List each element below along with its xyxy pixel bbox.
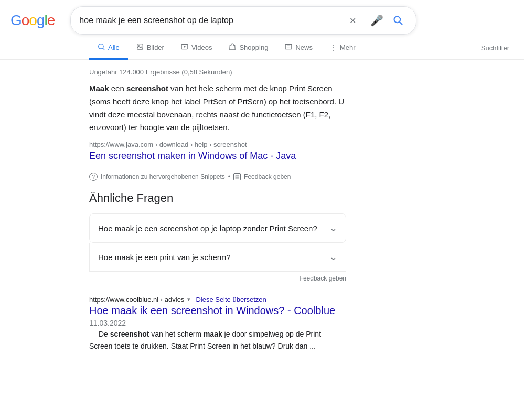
svg-point-5 [138,45,140,46]
search-input[interactable] [79,16,341,25]
google-logo: Google [10,12,55,29]
search-icon [393,15,403,26]
result-date: 11.03.2022 [89,319,346,327]
svg-marker-7 [184,46,186,48]
faq-question-text-1: Hoe maak je een screenshot op je laptop … [98,224,317,233]
suchfilter-button[interactable]: Suchfilter [477,38,514,58]
header: Google ✕ 🎤 [0,0,524,35]
tab-shopping[interactable]: Shopping [220,37,276,60]
tab-videos[interactable]: Videos [173,37,221,60]
faq-item-2[interactable]: Hoe maak je een print van je scherm? ⌄ [89,243,346,272]
news-icon [285,43,292,52]
svg-line-1 [400,22,402,25]
tab-bilder[interactable]: Bilder [128,37,173,60]
search-box-wrapper: ✕ 🎤 [70,6,416,35]
svg-rect-8 [286,44,292,49]
snippet-title-link[interactable]: Een screenshot maken in Windows of Mac -… [89,150,346,161]
mehr-icon: ⋮ [329,44,337,52]
alle-icon [98,43,105,52]
nav-right: Suchfilter [477,38,524,58]
tab-alle[interactable]: Alle [89,37,128,60]
search-button[interactable] [389,11,408,30]
snippet-text: Maak een screenshot van het hele scherm … [89,82,346,134]
help-icon[interactable]: ? [89,173,98,181]
snippet-footer: ? Informationen zu hervorgehobenen Snipp… [89,167,346,181]
result-count: Ungefähr 124.000 Ergebnisse (0,58 Sekund… [89,65,346,82]
snippet-feedback-text[interactable]: Feedback geben [244,173,291,180]
faq-question-1[interactable]: Hoe maak je een screenshot op je laptop … [90,214,346,242]
second-result: https://www.coolblue.nl › advies ▾ Diese… [89,296,346,352]
faq-chevron-2: ⌄ [329,251,337,263]
result-snippet-bold-2: maak [204,330,222,338]
feedback-icon[interactable]: ▤ [233,173,241,180]
result-snippet: — De screenshot van het scherm maak je d… [89,328,346,352]
faq-question-text-2: Hoe maak je een print van je scherm? [98,253,231,262]
results-wrapper: Ungefähr 124.000 Ergebnisse (0,58 Sekund… [0,60,346,352]
snippet-bold-2: screenshot [126,84,168,93]
result-url-dropdown-icon[interactable]: ▾ [187,296,190,303]
clear-search-button[interactable]: ✕ [346,15,359,27]
snippet-info-text: Informationen zu hervorgehobenen Snippet… [101,173,225,180]
tab-mehr[interactable]: ⋮ Mehr [321,37,364,60]
search-box: ✕ 🎤 [70,6,416,35]
result-url: https://www.coolblue.nl › advies [89,296,184,304]
svg-line-3 [103,48,104,50]
footer-dot: • [228,173,230,180]
result-snippet-bold-1: screenshot [110,330,149,338]
snippet-url: https://www.java.com › download › help ›… [89,141,346,148]
faq-item-1[interactable]: Hoe maak je een screenshot op je laptop … [89,213,346,243]
related-questions: Ähnliche Fragen Hoe maak je een screensh… [89,191,346,285]
faq-feedback-label[interactable]: Feedback geben [89,272,346,285]
voice-search-icon[interactable]: 🎤 [370,14,383,27]
tab-news[interactable]: News [276,37,321,60]
result-title[interactable]: Hoe maak ik een screenshot in Windows? -… [89,305,346,317]
result-url-line: https://www.coolblue.nl › advies ▾ Diese… [89,296,346,304]
translate-link[interactable]: Diese Seite übersetzen [196,296,266,304]
divider [365,14,365,27]
shopping-icon [229,43,236,52]
faq-question-2[interactable]: Hoe maak je een print van je scherm? ⌄ [90,243,346,271]
nav-tabs: Alle Bilder Videos Shopping News ⋮ Mehr … [0,35,524,60]
bilder-icon [136,43,144,52]
faq-chevron-1: ⌄ [329,222,337,234]
videos-icon [181,43,188,52]
snippet-bold-1: Maak [89,84,109,93]
featured-snippet: Maak een screenshot van het hele scherm … [89,82,346,181]
related-questions-title: Ähnliche Fragen [89,191,346,205]
